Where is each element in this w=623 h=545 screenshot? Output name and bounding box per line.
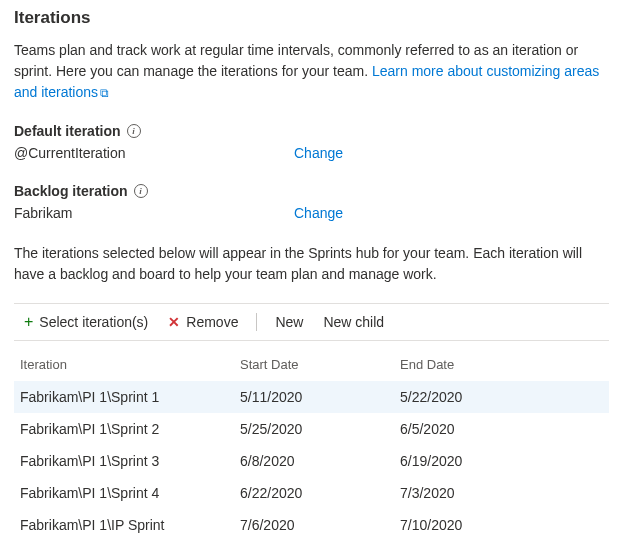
new-child-button[interactable]: New child [317,312,390,332]
table-row[interactable]: Fabrikam\PI 1\Sprint 46/22/20207/3/2020 [14,477,609,509]
cell-iteration: Fabrikam\PI 1\Sprint 1 [20,389,240,405]
table-row[interactable]: Fabrikam\PI 1\Sprint 25/25/20206/5/2020 [14,413,609,445]
cell-iteration: Fabrikam\PI 1\Sprint 3 [20,453,240,469]
col-header-end-date[interactable]: End Date [400,357,603,372]
cell-iteration: Fabrikam\PI 1\Sprint 4 [20,485,240,501]
col-header-iteration[interactable]: Iteration [20,357,240,372]
cell-end-date: 6/5/2020 [400,421,603,437]
info-icon[interactable]: i [127,124,141,138]
cell-iteration: Fabrikam\PI 1\IP Sprint [20,517,240,533]
cell-start-date: 5/25/2020 [240,421,400,437]
external-link-icon: ⧉ [100,84,109,102]
default-iteration-change[interactable]: Change [294,145,343,161]
intro-text: Teams plan and track work at regular tim… [14,40,609,103]
cell-start-date: 5/11/2020 [240,389,400,405]
page-title: Iterations [14,8,609,28]
backlog-iteration-value: Fabrikam [14,205,294,221]
toolbar-separator [256,313,257,331]
iterations-description: The iterations selected below will appea… [14,243,609,285]
plus-icon: + [24,314,33,330]
backlog-iteration-label-text: Backlog iteration [14,183,128,199]
info-icon[interactable]: i [134,184,148,198]
backlog-iteration-change[interactable]: Change [294,205,343,221]
default-iteration-label-text: Default iteration [14,123,121,139]
cell-start-date: 7/6/2020 [240,517,400,533]
default-iteration-value: @CurrentIteration [14,145,294,161]
remove-label: Remove [186,314,238,330]
new-button[interactable]: New [269,312,309,332]
cell-start-date: 6/22/2020 [240,485,400,501]
iterations-toolbar: + Select iteration(s) ✕ Remove New New c… [14,303,609,341]
table-header: Iteration Start Date End Date [14,349,609,381]
cell-end-date: 7/3/2020 [400,485,603,501]
backlog-iteration-row: Fabrikam Change [14,205,609,221]
cell-iteration: Fabrikam\PI 1\Sprint 2 [20,421,240,437]
table-row[interactable]: Fabrikam\PI 1\IP Sprint7/6/20207/10/2020 [14,509,609,541]
backlog-iteration-label: Backlog iteration i [14,183,609,199]
select-iterations-label: Select iteration(s) [39,314,148,330]
cell-end-date: 6/19/2020 [400,453,603,469]
default-iteration-row: @CurrentIteration Change [14,145,609,161]
col-header-start-date[interactable]: Start Date [240,357,400,372]
select-iterations-button[interactable]: + Select iteration(s) [18,312,154,332]
cell-end-date: 5/22/2020 [400,389,603,405]
iterations-table: Iteration Start Date End Date Fabrikam\P… [14,349,609,541]
cell-end-date: 7/10/2020 [400,517,603,533]
table-row[interactable]: Fabrikam\PI 1\Sprint 36/8/20206/19/2020 [14,445,609,477]
x-icon: ✕ [168,315,180,329]
table-row[interactable]: Fabrikam\PI 1\Sprint 15/11/20205/22/2020 [14,381,609,413]
cell-start-date: 6/8/2020 [240,453,400,469]
default-iteration-label: Default iteration i [14,123,609,139]
remove-button[interactable]: ✕ Remove [162,312,244,332]
